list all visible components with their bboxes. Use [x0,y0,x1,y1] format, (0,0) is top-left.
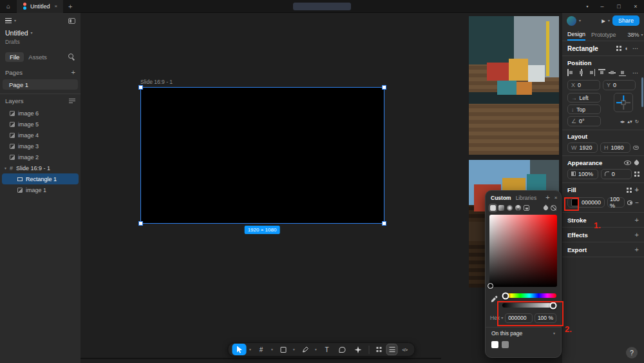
styles-icon[interactable] [616,46,621,51]
tab-custom[interactable]: Custom [491,195,511,201]
width-input[interactable]: W 1920 [567,142,598,153]
layer-row-selected[interactable]: Rectangle 1 [2,173,79,184]
text-tool[interactable]: T [320,344,334,355]
layer-row[interactable]: image 3 [2,141,79,152]
share-button[interactable]: Share [612,15,639,26]
minimize-button[interactable]: – [594,3,611,10]
add-swatch-icon[interactable]: + [545,194,549,201]
present-button[interactable]: ▶ [601,18,605,24]
page-item[interactable]: Page 1 [3,79,78,90]
new-tab-button[interactable]: + [63,3,77,10]
tab-libraries[interactable]: Libraries [516,195,537,201]
layer-row[interactable]: image 6 [2,108,79,119]
home-icon[interactable]: ⌂ [0,3,17,10]
panel-scrollbar[interactable] [641,77,643,107]
hue-handle[interactable] [502,292,509,299]
rotation-input[interactable]: ∠ 0° [567,116,601,126]
blend-icon[interactable] [543,205,549,211]
dev-mode-toggle[interactable]: </> [399,344,411,355]
align-top-icon[interactable] [598,69,605,76]
selection-handle-ne[interactable] [382,85,386,90]
no-color-icon[interactable] [551,205,556,211]
image-paint-icon[interactable] [524,205,529,211]
height-input[interactable]: H 1080 [600,142,630,153]
tab-prototype[interactable]: Prototype [591,28,616,41]
add-export-icon[interactable]: + [635,246,639,253]
linear-gradient-icon[interactable] [498,205,504,211]
canvas-image-top[interactable] [469,16,559,155]
remove-fill-icon[interactable]: − [635,199,639,206]
y-input[interactable]: Y 0 [603,80,636,90]
fill-opacity-field[interactable]: 100 % [607,197,624,208]
scope-select[interactable]: On this page ▾ [486,327,561,338]
add-stroke-icon[interactable]: + [635,217,639,224]
layer-row[interactable]: image 4 [2,130,79,141]
window-menu-chevron[interactable]: ▾ [581,5,594,8]
align-bottom-icon[interactable] [619,69,626,76]
toolbar-extra-button-2[interactable] [386,344,398,355]
align-center-horizontal-icon[interactable] [578,69,585,76]
file-name-row[interactable]: Untitled ▾ [5,29,75,37]
pen-tool-chevron[interactable]: ▾ [314,348,319,351]
rotate-button[interactable]: ↻ [635,119,639,124]
toolbar-extra-button-1[interactable] [374,344,385,355]
add-fill-icon[interactable]: + [635,186,639,193]
fill-visibility-icon[interactable] [627,201,633,205]
constraints-widget[interactable] [614,93,633,112]
add-page-button[interactable]: + [71,69,75,76]
selection-handle-nw[interactable] [138,85,143,90]
file-location[interactable]: Drafts [5,39,75,45]
move-tool-chevron[interactable]: ▾ [248,348,253,351]
search-icon[interactable] [68,54,75,61]
independent-corners-icon[interactable] [634,172,639,177]
expand-chevron-icon[interactable]: ▾ [5,166,6,170]
canvas-scrollbar[interactable] [80,358,441,359]
tab-file[interactable]: File [5,52,24,62]
pen-tool[interactable] [298,344,312,355]
flip-horizontal-button[interactable]: ◂▸ [620,119,625,124]
vertical-constraint-select[interactable]: ↓ Top [567,104,601,114]
comment-tool[interactable] [336,344,350,355]
swatch-white[interactable] [491,341,498,348]
corner-radius-input[interactable]: 0 [601,169,632,179]
angular-gradient-icon[interactable] [515,205,521,211]
shape-tool-chevron[interactable]: ▾ [292,348,297,351]
flip-vertical-button[interactable]: ▴▾ [627,119,632,124]
swatch-gray[interactable] [502,341,509,348]
selection-handle-se[interactable] [382,221,386,226]
selected-rectangle[interactable] [140,87,384,224]
present-chevron[interactable]: ▾ [608,19,610,23]
layer-options-icon[interactable] [69,99,75,104]
actions-button[interactable] [351,344,365,355]
avatar[interactable] [567,16,576,26]
x-input[interactable]: X 0 [567,80,600,90]
add-effect-icon[interactable]: + [635,231,639,239]
visibility-icon[interactable] [624,161,631,165]
layer-row[interactable]: image 2 [2,152,79,162]
color-cursor[interactable] [488,283,493,289]
close-window-button[interactable]: × [627,3,644,10]
help-button[interactable]: ? [626,347,638,358]
file-tab[interactable]: Untitled × [17,0,63,13]
frame-tool[interactable]: # [254,344,269,355]
layer-row[interactable]: image 1 [2,184,79,195]
selection-handle-sw[interactable] [138,221,143,226]
fill-styles-icon[interactable] [627,188,632,193]
close-picker-icon[interactable]: × [554,195,558,201]
tab-assets[interactable]: Assets [28,54,47,61]
layer-row[interactable]: image 5 [2,119,79,130]
opacity-input[interactable]: 100% [567,169,598,179]
zoom-control[interactable]: 38% ▾ [628,32,643,38]
radial-gradient-icon[interactable] [507,205,513,211]
move-tool[interactable] [232,344,247,355]
align-right-icon[interactable] [588,69,595,76]
collapse-sidebar-icon[interactable] [68,18,75,24]
titlebar-center-pill[interactable] [293,3,351,10]
maximize-button[interactable]: □ [611,3,627,10]
align-left-icon[interactable] [567,69,574,76]
tab-design[interactable]: Design [567,28,585,41]
main-menu-chevron[interactable]: ▾ [14,19,16,23]
saturation-value-area[interactable] [489,215,557,287]
layer-row-frame[interactable]: ▾ # Slide 16:9 - 1 [2,162,79,173]
constrain-proportions-icon[interactable] [633,146,639,150]
